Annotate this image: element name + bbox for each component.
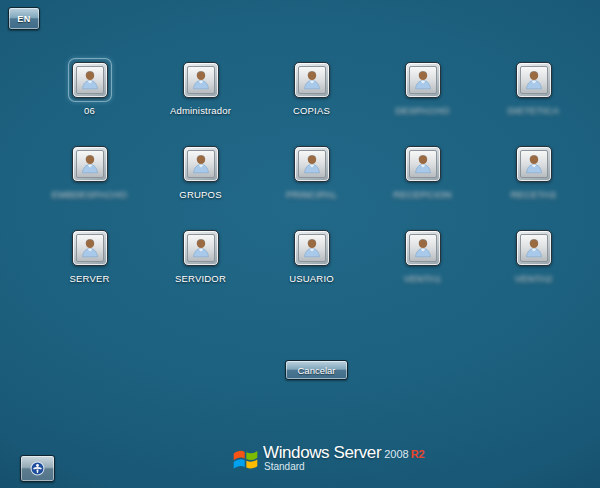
user-tile[interactable]: DESPACHO [367,55,478,139]
user-tile-selection-ring [179,58,223,102]
logo-edition: Standard [264,462,425,472]
user-tile[interactable]: USUARIO [256,223,367,307]
user-tile-frame [183,146,219,182]
user-tile-selection-ring [179,226,223,270]
user-tile[interactable]: 06 [34,55,145,139]
user-tile-label: 06 [84,105,95,116]
user-tile-selection-ring [512,142,556,186]
language-button-label: EN [17,14,31,24]
user-silhouette-icon [298,234,326,262]
user-tile-frame [405,62,441,98]
user-tile-frame [405,230,441,266]
user-silhouette-icon [520,234,548,262]
user-silhouette-icon [520,66,548,94]
user-tile-frame [72,146,108,182]
user-tile-selection-ring [512,58,556,102]
windows-flag-icon [232,446,259,473]
user-tile-label: GRUPOS [179,189,221,200]
user-tile-frame [516,62,552,98]
user-tile-label: VENTA1 [404,273,441,284]
user-tile-frame [405,146,441,182]
user-silhouette-icon [76,150,104,178]
user-tile-selection-ring [68,226,112,270]
user-tile-label: VENTA2 [515,273,552,284]
user-tile-selection-ring [290,226,334,270]
user-tile[interactable]: GRUPOS [145,139,256,223]
user-tile-frame [516,146,552,182]
user-tile-frame [72,230,108,266]
user-tile[interactable]: EMBDESPACHO [34,139,145,223]
user-tile-selection-ring [512,226,556,270]
user-tile-frame [294,146,330,182]
user-tile-frame [294,230,330,266]
user-tile-selection-ring [290,58,334,102]
user-tile[interactable]: DIETETICA [478,55,589,139]
user-tile-label: DESPACHO [395,105,449,116]
cancel-button[interactable]: Cancelar [285,360,348,380]
user-tile[interactable]: PRINCIPAL [256,139,367,223]
user-tile-frame [72,62,108,98]
user-tile-frame [516,230,552,266]
user-tile[interactable]: COPIAS [256,55,367,139]
ease-of-access-button[interactable] [20,455,55,482]
user-silhouette-icon [409,234,437,262]
user-tile-selection-ring [68,142,112,186]
user-silhouette-icon [187,150,215,178]
user-tile-row: EMBDESPACHO GRUPOS [34,139,589,223]
language-button[interactable]: EN [8,7,40,30]
user-tile-selection-ring [68,58,112,102]
windows-server-logo: Windows Server 2008 R2 Standard [232,444,425,473]
user-tile-label: SERVIDOR [175,273,226,284]
user-silhouette-icon [187,234,215,262]
user-tile-selection-ring [179,142,223,186]
user-silhouette-icon [76,66,104,94]
ease-of-access-icon [30,461,45,476]
user-tile-frame [294,62,330,98]
logon-screen: EN 06 [0,0,600,488]
user-silhouette-icon [520,150,548,178]
user-tile[interactable]: VENTA2 [478,223,589,307]
user-tile-selection-ring [290,142,334,186]
user-tile-label: RECETAS [511,189,557,200]
logo-year: 2008 [384,449,408,460]
user-tile[interactable]: VENTA1 [367,223,478,307]
user-tile-frame [183,230,219,266]
user-tile[interactable]: SERVER [34,223,145,307]
user-silhouette-icon [76,234,104,262]
user-tile-selection-ring [401,142,445,186]
user-silhouette-icon [409,150,437,178]
user-tile-selection-ring [401,226,445,270]
user-tile-label: EMBDESPACHO [52,189,127,200]
user-tile-label: SERVER [69,273,109,284]
user-tile-label: RECEPCION [393,189,451,200]
user-tile-label: PRINCIPAL [286,189,337,200]
user-tile[interactable]: SERVIDOR [145,223,256,307]
user-tile[interactable]: Administrador [145,55,256,139]
user-tile-selection-ring [401,58,445,102]
user-silhouette-icon [409,66,437,94]
user-tile-row: SERVER SERVIDOR [34,223,589,307]
user-silhouette-icon [187,66,215,94]
user-tile-label: Administrador [170,105,231,116]
user-tile-frame [183,62,219,98]
user-tile-row: 06 Administrador [34,55,589,139]
user-silhouette-icon [298,66,326,94]
logo-product-name: Windows Server [263,444,381,461]
user-tile-label: USUARIO [289,273,334,284]
user-tile-label: COPIAS [293,105,330,116]
user-tile[interactable]: RECEPCION [367,139,478,223]
user-silhouette-icon [298,150,326,178]
cancel-button-label: Cancelar [297,365,335,376]
logo-revision: R2 [411,449,425,460]
user-tile-grid: 06 Administrador [34,55,589,307]
user-tile[interactable]: RECETAS [478,139,589,223]
user-tile-label: DIETETICA [508,105,559,116]
